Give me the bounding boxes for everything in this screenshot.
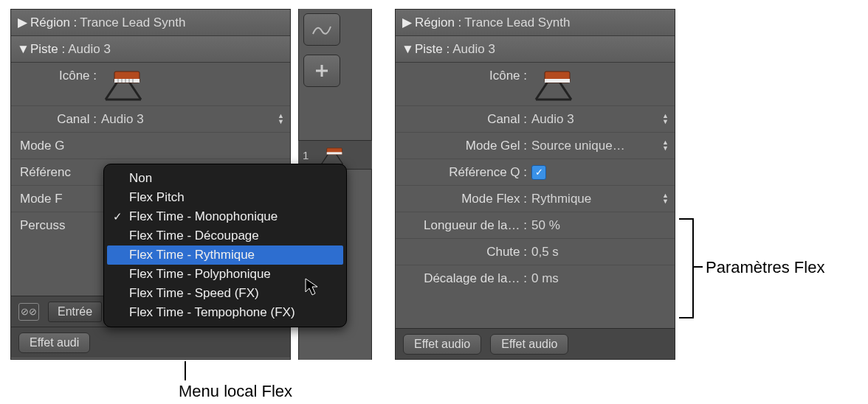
disclosure-right-icon[interactable]: ▶ — [402, 15, 412, 30]
param-offset[interactable]: Décalage de la… : 0 ms — [396, 265, 675, 291]
synth-keyboard-icon — [531, 67, 576, 101]
track-number: 1 — [303, 149, 309, 161]
menu-item-flex-pitch[interactable]: Flex Pitch — [107, 188, 343, 207]
offset-value: 0 ms — [531, 271, 559, 286]
channel-label: Canal : — [402, 112, 531, 127]
param-refq-label-cut: Référenc — [17, 165, 104, 180]
disclosure-right-icon[interactable]: ▶ — [17, 15, 27, 30]
param-decay[interactable]: Chute : 0,5 s — [396, 238, 675, 265]
callout-bracket — [679, 218, 694, 318]
menu-item-rhythmic[interactable]: Flex Time - Rythmique — [107, 245, 343, 265]
svg-rect-15 — [545, 79, 570, 83]
param-mode-gel-cut[interactable]: Mode G — [11, 132, 290, 159]
region-header[interactable]: ▶ Région : Trance Lead Synth — [11, 10, 290, 36]
param-percuss-label-cut: Percuss — [17, 218, 104, 233]
mode-gel-value: Source unique… — [531, 139, 625, 153]
ref-q-checkbox[interactable]: ✓ — [531, 165, 546, 180]
audio-effect-button[interactable]: Effet audi — [18, 332, 90, 353]
mode-gel-label: Mode Gel : — [402, 139, 531, 153]
param-reference-q[interactable]: Référence Q : ✓ — [396, 159, 675, 185]
param-channel-label: Canal : — [17, 112, 101, 127]
offset-label: Décalage de la… : — [402, 271, 531, 286]
channel-value: Audio 3 — [531, 112, 574, 127]
disclosure-down-icon[interactable]: ▼ — [17, 42, 27, 57]
stepper-icon[interactable]: ▲▼ — [662, 140, 669, 151]
param-mode-gel-label-cut: Mode G — [17, 139, 104, 153]
length-label: Longueur de la… : — [402, 218, 531, 233]
callout-line-menu — [185, 361, 186, 380]
callout-line-params — [692, 266, 703, 268]
automation-toggle-button[interactable] — [303, 13, 340, 46]
menu-item-slicing[interactable]: Flex Time - Découpage — [107, 226, 343, 245]
track-synth-icon — [313, 144, 351, 165]
disclosure-down-icon[interactable]: ▼ — [402, 42, 412, 57]
length-value: 50 % — [531, 218, 560, 233]
param-channel-value: Audio 3 ▲▼ — [101, 112, 284, 127]
region-label: Région : — [415, 15, 461, 30]
region-label: Région : — [30, 15, 77, 30]
callout-text-menu: Menu local Flex — [179, 382, 292, 401]
right-inspector-panel: ▶ Région : Trance Lead Synth ▼ Piste : A… — [395, 9, 675, 360]
effects-strip: Effet audi — [11, 327, 290, 358]
param-channel-right[interactable]: Canal : Audio 3▲▼ — [396, 105, 675, 132]
param-length[interactable]: Longueur de la… : 50 % — [396, 212, 675, 238]
track-header[interactable]: ▼ Piste : Audio 3 — [11, 36, 290, 63]
param-icon: Icône : — [11, 63, 290, 105]
add-track-button[interactable] — [303, 55, 340, 87]
param-icon-value[interactable] — [531, 67, 669, 101]
param-modeflex-label-cut: Mode F — [17, 192, 104, 206]
param-icon-label: Icône : — [17, 63, 101, 83]
param-mode-flex[interactable]: Mode Flex : Rythmique▲▼ — [396, 185, 675, 212]
param-icon-value[interactable] — [101, 67, 284, 101]
input-button[interactable]: Entrée — [48, 302, 102, 322]
param-channel[interactable]: Canal : Audio 3 ▲▼ — [11, 105, 290, 132]
stepper-icon[interactable]: ▲▼ — [278, 114, 284, 125]
callout-text-params: Paramètres Flex — [706, 258, 824, 277]
flex-mode-popup-menu: Non Flex Pitch ✓Flex Time - Monophonique… — [103, 164, 347, 327]
track-header-right[interactable]: ▼ Piste : Audio 3 — [396, 36, 675, 63]
decay-value: 0,5 s — [531, 245, 559, 260]
track-value: Audio 3 — [452, 42, 495, 57]
effects-strip-right: Effet audio Effet audio — [396, 328, 675, 359]
menu-item-monophonic[interactable]: ✓Flex Time - Monophonique — [107, 207, 343, 226]
param-mode-gel[interactable]: Mode Gel : Source unique…▲▼ — [396, 132, 675, 159]
param-icon-right: Icône : — [396, 63, 675, 105]
mode-flex-label: Mode Flex : — [402, 192, 531, 206]
mouse-cursor-icon — [304, 277, 323, 296]
track-label: Piste : — [30, 42, 65, 57]
channel-value-text: Audio 3 — [101, 112, 144, 127]
check-icon: ✓ — [113, 210, 123, 223]
decay-label: Chute : — [402, 245, 531, 260]
stepper-icon[interactable]: ▲▼ — [662, 114, 669, 125]
region-value: Trance Lead Synth — [80, 15, 185, 30]
track-label: Piste : — [415, 42, 450, 57]
stepper-icon[interactable]: ▲▼ — [662, 193, 669, 204]
stereo-link-icon[interactable]: ⊘⊘ — [18, 303, 39, 321]
audio-effect-button-2[interactable]: Effet audio — [490, 334, 568, 355]
synth-keyboard-icon — [101, 67, 145, 101]
track-value: Audio 3 — [68, 42, 111, 57]
region-value: Trance Lead Synth — [464, 15, 570, 30]
menu-item-non[interactable]: Non — [107, 169, 343, 188]
ref-q-label: Référence Q : — [402, 165, 531, 180]
mode-flex-value: Rythmique — [531, 192, 591, 206]
region-header-right[interactable]: ▶ Région : Trance Lead Synth — [396, 10, 675, 36]
audio-effect-button-1[interactable]: Effet audio — [403, 334, 481, 355]
menu-item-tempophone-fx[interactable]: Flex Time - Tempophone (FX) — [107, 303, 343, 322]
svg-rect-12 — [327, 152, 342, 154]
param-icon-label: Icône : — [402, 63, 531, 83]
